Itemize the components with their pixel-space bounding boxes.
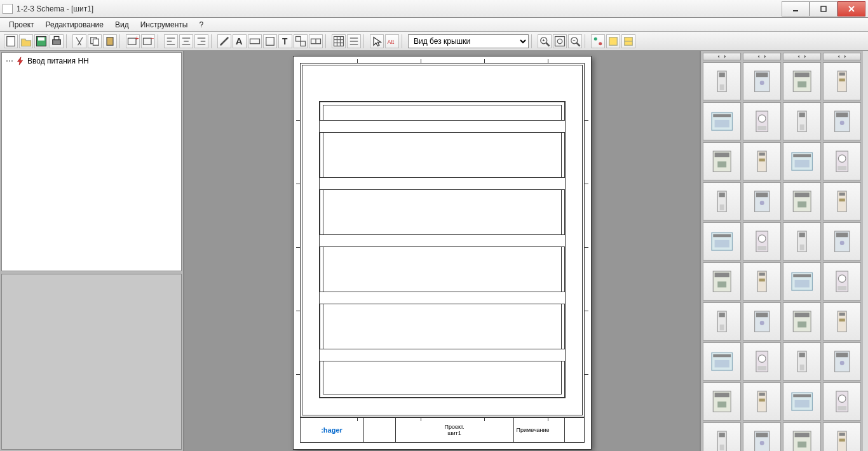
menu-help[interactable]: ? xyxy=(194,19,209,30)
palette-component[interactable] xyxy=(823,182,861,220)
list-button[interactable] xyxy=(347,34,361,48)
palette-component[interactable] xyxy=(823,142,861,180)
label-tool-button[interactable] xyxy=(248,34,262,48)
menu-tools[interactable]: Инструменты xyxy=(135,19,193,30)
group-button[interactable] xyxy=(294,34,308,48)
pointer-tool-button[interactable] xyxy=(370,34,384,48)
print-button[interactable] xyxy=(50,34,64,48)
palette-component[interactable] xyxy=(743,182,781,220)
svg-rect-53 xyxy=(609,37,618,45)
copy-button[interactable] xyxy=(88,34,102,48)
text-tool2-button[interactable]: T xyxy=(278,34,292,48)
svg-rect-30 xyxy=(296,36,301,41)
zoom-out-button[interactable]: − xyxy=(568,34,582,48)
view-mode-select[interactable]: Вид без крышки xyxy=(408,34,529,48)
menu-project[interactable]: Проект xyxy=(4,19,39,30)
tree-item-input[interactable]: ⋯ Ввод питания НН xyxy=(4,55,179,67)
din-rail-2[interactable] xyxy=(319,177,566,190)
palette-header-4[interactable] xyxy=(823,53,861,60)
maximize-button[interactable] xyxy=(810,1,837,17)
palette-component[interactable] xyxy=(743,262,781,300)
zoom-in-button[interactable]: + xyxy=(538,34,552,48)
titleblock-notes-label: Примечание xyxy=(517,427,550,433)
palette-component[interactable] xyxy=(703,62,741,100)
palette-component[interactable] xyxy=(703,262,741,300)
palette-component[interactable] xyxy=(823,262,861,300)
svg-point-79 xyxy=(840,121,844,125)
palette-component[interactable] xyxy=(703,422,741,451)
palette-component[interactable] xyxy=(703,182,741,220)
cut-button[interactable] xyxy=(72,34,86,48)
close-button[interactable] xyxy=(837,1,865,17)
titleblock-project-value: шит1 xyxy=(447,430,461,436)
palette-component[interactable] xyxy=(743,382,781,421)
palette-component[interactable] xyxy=(703,382,741,421)
palette-component[interactable] xyxy=(783,142,821,180)
din-rail-5[interactable] xyxy=(319,349,566,361)
palette-component[interactable] xyxy=(743,302,781,340)
palette-component[interactable] xyxy=(783,382,821,421)
palette-component[interactable] xyxy=(823,422,861,451)
palette-component[interactable] xyxy=(783,222,821,260)
shape-tool-button[interactable] xyxy=(263,34,277,48)
align-right-button[interactable] xyxy=(194,34,208,48)
open-button[interactable] xyxy=(19,34,33,48)
palette-component[interactable] xyxy=(743,62,781,100)
svg-line-49 xyxy=(577,43,580,46)
grid-button[interactable] xyxy=(332,34,346,48)
menu-edit[interactable]: Редактирование xyxy=(41,19,109,30)
palette-component[interactable] xyxy=(743,342,781,380)
palette-component[interactable] xyxy=(703,222,741,260)
palette-component[interactable] xyxy=(783,262,821,300)
palette-component[interactable] xyxy=(783,102,821,140)
palette-component[interactable] xyxy=(823,302,861,340)
palette-component[interactable] xyxy=(783,342,821,380)
palette-component[interactable] xyxy=(823,342,861,380)
palette-component[interactable] xyxy=(823,382,861,421)
add-row-button[interactable]: + xyxy=(126,34,140,48)
drawing-page[interactable]: :hager Проект. шит1 Примечание xyxy=(293,56,592,450)
line-tool-button[interactable] xyxy=(217,34,231,48)
highlight-button[interactable] xyxy=(606,34,620,48)
save-button[interactable] xyxy=(34,34,48,48)
menu-view[interactable]: Вид xyxy=(110,19,134,30)
text-tool-button[interactable]: A xyxy=(233,34,247,48)
palette-component[interactable] xyxy=(783,182,821,220)
din-rail-1[interactable] xyxy=(319,120,566,133)
settings-button[interactable] xyxy=(591,34,605,48)
palette-component[interactable] xyxy=(703,302,741,340)
palette-header-1[interactable] xyxy=(703,53,741,60)
palette-component[interactable] xyxy=(703,142,741,180)
palette-component[interactable] xyxy=(743,422,781,451)
palette-component[interactable] xyxy=(823,222,861,260)
remove-row-button[interactable]: − xyxy=(141,34,155,48)
palette-header-3[interactable] xyxy=(783,53,821,60)
palette-scrollbar[interactable] xyxy=(863,51,868,451)
palette-component[interactable] xyxy=(783,302,821,340)
palette-component[interactable] xyxy=(743,142,781,180)
palette-header-2[interactable] xyxy=(743,53,781,60)
palette-component[interactable] xyxy=(823,62,861,100)
palette-component[interactable] xyxy=(783,422,821,451)
palette-component[interactable] xyxy=(823,102,861,140)
din-rail-3[interactable] xyxy=(319,234,566,247)
din-rail-4[interactable] xyxy=(319,292,566,304)
highlight2-button[interactable] xyxy=(621,34,635,48)
palette-component[interactable] xyxy=(743,102,781,140)
canvas-area[interactable]: :hager Проект. шит1 Примечание xyxy=(184,51,700,451)
att-tool-button[interactable]: Att xyxy=(385,34,399,48)
paste-button[interactable] xyxy=(103,34,117,48)
new-button[interactable] xyxy=(4,34,18,48)
palette-component[interactable] xyxy=(703,102,741,140)
minimize-button[interactable] xyxy=(782,1,810,17)
align-center-button[interactable] xyxy=(179,34,193,48)
palette-component[interactable] xyxy=(743,222,781,260)
tree-panel[interactable]: ⋯ Ввод питания НН xyxy=(1,52,182,271)
palette-component[interactable] xyxy=(783,62,821,100)
left-panel: ⋯ Ввод питания НН xyxy=(0,51,184,451)
ungroup-button[interactable] xyxy=(309,34,323,48)
palette-component[interactable] xyxy=(703,342,741,380)
zoom-fit-button[interactable] xyxy=(553,34,567,48)
app-icon xyxy=(3,4,13,14)
align-left-button[interactable] xyxy=(164,34,178,48)
